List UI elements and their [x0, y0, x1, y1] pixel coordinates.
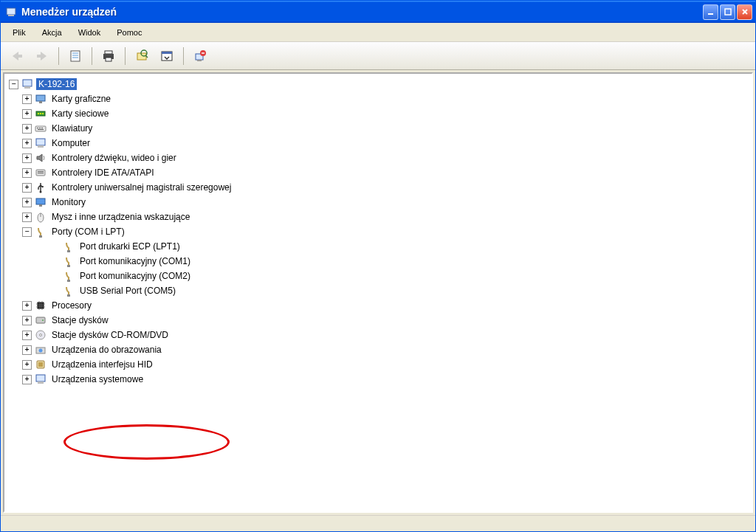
category-label[interactable]: Karty sieciowe: [49, 108, 111, 120]
category-label[interactable]: Kontrolery dźwięku, wideo i gier: [49, 152, 179, 164]
category-label[interactable]: Monitory: [49, 196, 88, 208]
tree-device-node[interactable]: Port drukarki ECP (LPT1): [7, 239, 749, 254]
category-label[interactable]: Urządzenia do obrazowania: [49, 344, 164, 356]
tree-category-node[interactable]: +Kontrolery uniwersalnej magistrali szer…: [7, 180, 749, 195]
expand-icon[interactable]: +: [22, 345, 32, 355]
close-button[interactable]: [737, 4, 752, 20]
svg-rect-38: [38, 173, 44, 173]
category-label[interactable]: Porty (COM i LPT): [49, 226, 127, 238]
tree-device-node[interactable]: USB Serial Port (COM5): [7, 283, 749, 298]
svg-point-61: [40, 334, 42, 336]
expand-icon[interactable]: +: [22, 94, 32, 104]
tree-category-node[interactable]: +Kontrolery IDE ATA/ATAPI: [7, 165, 749, 180]
collapse-icon[interactable]: −: [9, 80, 18, 89]
collapse-icon[interactable]: −: [22, 227, 32, 237]
cd-icon: [35, 329, 47, 341]
tree-category-node[interactable]: +Kontrolery dźwięku, wideo i gier: [7, 151, 749, 165]
menu-help[interactable]: Pomoc: [109, 25, 149, 40]
menubar: Plik Akcja Widok Pomoc: [1, 23, 755, 42]
computer-icon: [35, 137, 47, 149]
svg-point-63: [39, 349, 43, 353]
expand-icon[interactable]: +: [22, 183, 32, 193]
device-label[interactable]: USB Serial Port (COM5): [78, 285, 178, 297]
category-label[interactable]: Klawiatury: [49, 122, 94, 134]
svg-rect-3: [725, 9, 731, 15]
expand-icon[interactable]: +: [22, 213, 32, 222]
expand-icon[interactable]: +: [22, 139, 32, 148]
scan-hardware-button[interactable]: [130, 45, 154, 67]
app-icon: [5, 6, 17, 18]
device-label[interactable]: Port komunikacyjny (COM2): [78, 270, 193, 282]
titlebar[interactable]: Menedżer urządzeń: [1, 1, 755, 23]
tree-root-node[interactable]: − K-192-16: [7, 77, 749, 91]
properties-button[interactable]: [63, 45, 87, 67]
expand-icon[interactable]: +: [22, 168, 32, 178]
svg-rect-24: [39, 101, 42, 103]
show-hidden-button[interactable]: [155, 45, 179, 67]
tree-category-node[interactable]: +Urządzenia do obrazowania: [7, 342, 749, 357]
port-icon: [63, 241, 75, 252]
maximize-button[interactable]: [720, 4, 735, 20]
device-label[interactable]: Port drukarki ECP (LPT1): [78, 241, 182, 252]
forward-button: [30, 45, 54, 67]
menu-action[interactable]: Akcja: [35, 25, 69, 40]
category-label[interactable]: Stacje dysków CD-ROM/DVD: [49, 329, 171, 341]
tree-device-node[interactable]: Port komunikacyjny (COM1): [7, 254, 749, 269]
category-label[interactable]: Urządzenia interfejsu HID: [49, 359, 155, 370]
uninstall-button[interactable]: [188, 45, 212, 67]
svg-rect-30: [37, 128, 38, 128]
category-label[interactable]: Urządzenia systemowe: [49, 373, 145, 385]
svg-rect-32: [41, 128, 43, 128]
category-label[interactable]: Stacje dysków: [49, 314, 111, 326]
tree-view[interactable]: − K-192-16 +Karty graficzne+Karty siecio…: [3, 72, 753, 513]
expand-icon[interactable]: +: [22, 316, 32, 325]
display-icon: [35, 93, 47, 105]
system-icon: [35, 373, 47, 385]
tree-category-node[interactable]: +Klawiatury: [7, 121, 749, 136]
tree-category-node[interactable]: +Mysz i inne urządzenia wskazujące: [7, 210, 749, 224]
category-label[interactable]: Karty graficzne: [49, 93, 113, 105]
tree-category-node[interactable]: +Urządzenia interfejsu HID: [7, 357, 749, 372]
expand-icon[interactable]: +: [22, 375, 32, 384]
tree-category-node[interactable]: +Urządzenia systemowe: [7, 372, 749, 387]
tree-category-node[interactable]: +Karty sieciowe: [7, 106, 749, 121]
category-label[interactable]: Kontrolery uniwersalnej magistrali szere…: [49, 182, 233, 193]
expand-icon[interactable]: +: [22, 124, 32, 134]
category-label[interactable]: Procesory: [49, 300, 94, 311]
expand-icon[interactable]: +: [22, 109, 32, 119]
category-label[interactable]: Kontrolery IDE ATA/ATAPI: [49, 167, 157, 179]
tree-category-node[interactable]: +Procesory: [7, 298, 749, 313]
print-button[interactable]: [97, 45, 120, 67]
tree-category-node[interactable]: −Porty (COM i LPT): [7, 224, 749, 239]
svg-point-39: [40, 191, 42, 193]
menu-file[interactable]: Plik: [5, 25, 33, 40]
port-icon: [63, 255, 75, 267]
tree-category-node[interactable]: +Stacje dysków: [7, 313, 749, 328]
tree-category-node[interactable]: +Karty graficzne: [7, 91, 749, 106]
root-label[interactable]: K-192-16: [36, 78, 77, 90]
device-label[interactable]: Port komunikacyjny (COM1): [78, 255, 193, 267]
expand-icon[interactable]: +: [22, 331, 32, 340]
menu-view[interactable]: Widok: [71, 25, 109, 40]
expand-icon[interactable]: +: [22, 360, 32, 370]
minimize-button[interactable]: [703, 4, 718, 20]
category-label[interactable]: Mysz i inne urządzenia wskazujące: [49, 211, 192, 223]
tree-category-node[interactable]: +Komputer: [7, 136, 749, 151]
expand-icon[interactable]: +: [22, 198, 32, 207]
svg-rect-48: [67, 294, 70, 297]
hid-icon: [35, 359, 47, 370]
svg-rect-46: [67, 265, 70, 267]
toolbar-separator: [58, 47, 59, 65]
expand-icon[interactable]: +: [22, 153, 32, 163]
category-label[interactable]: Komputer: [49, 137, 92, 149]
tree-device-node[interactable]: Port komunikacyjny (COM2): [7, 269, 749, 283]
svg-rect-22: [24, 86, 30, 89]
tree-category-node[interactable]: +Stacje dysków CD-ROM/DVD: [7, 328, 749, 342]
computer-icon: [21, 78, 33, 90]
svg-rect-58: [36, 317, 45, 323]
expand-icon[interactable]: +: [22, 301, 32, 311]
disk-icon: [35, 314, 47, 326]
tree-category-node[interactable]: +Monitory: [7, 195, 749, 210]
svg-rect-5: [37, 55, 41, 58]
svg-rect-37: [38, 171, 44, 172]
